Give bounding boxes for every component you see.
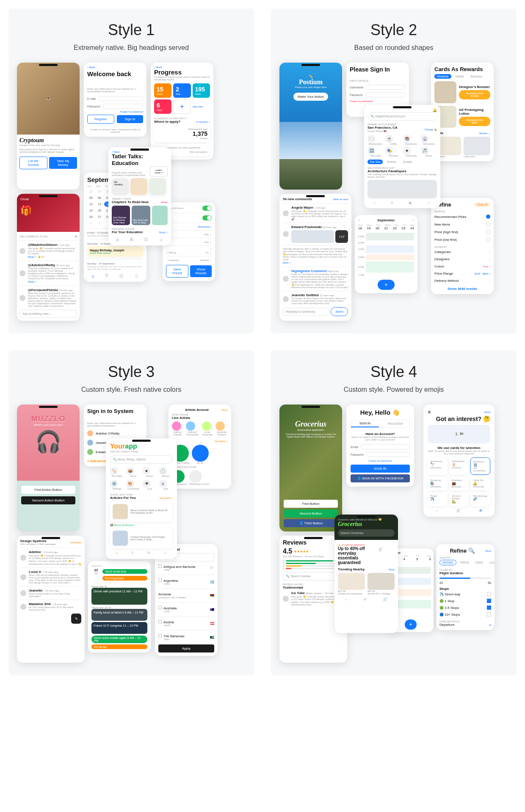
second-action-button[interactable]: Second Action Button — [21, 496, 75, 504]
toggle-loc[interactable] — [202, 215, 212, 220]
style-2-section: Style 2 Based on rounded shapes ✏️ Posti… — [271, 8, 517, 333]
search-input[interactable]: Search Grocerius — [338, 529, 395, 537]
say-input[interactable]: Say something here… — [19, 310, 77, 318]
toggle-24h[interactable] — [202, 206, 212, 211]
signin-button[interactable]: SIGN IN — [351, 465, 410, 473]
search-icon[interactable]: ⚲ — [391, 201, 393, 205]
add-card-button[interactable]: + — [173, 99, 191, 114]
back-link[interactable]: < Back — [87, 66, 143, 69]
forgot-link[interactable]: Forgot my password — [350, 100, 406, 102]
style-sub: Custom style. Powered by emojis — [344, 386, 444, 394]
style-1-section: Style 1 Extremely native. Big headings s… — [8, 8, 254, 333]
user-icon[interactable]: ☺ — [134, 273, 139, 278]
checkbox-icon[interactable] — [487, 592, 491, 596]
cam-icon[interactable]: ⊡ — [119, 273, 123, 278]
tab-rewards[interactable]: Rewards — [434, 74, 451, 79]
register-button[interactable]: Register — [87, 115, 114, 124]
tab-rating[interactable]: RATING — [439, 560, 456, 565]
email-input[interactable] — [361, 444, 410, 449]
signin-button[interactable]: Sign In — [117, 115, 143, 123]
tab-signin[interactable]: SIGN IN — [351, 420, 379, 427]
email-input[interactable] — [98, 96, 143, 101]
search-input[interactable]: 🔍 Items, things, objects — [110, 455, 173, 464]
radio-on-icon[interactable] — [486, 215, 490, 219]
checkbox-on-icon[interactable] — [487, 599, 491, 603]
show-results-button[interactable]: Show Results — [190, 265, 212, 277]
style-title: Style 4 — [370, 363, 417, 381]
tab-habits[interactable]: Habits — [453, 74, 467, 79]
learn-more-button[interactable]: Learn more > — [150, 166, 168, 176]
style-title: Style 1 — [108, 21, 155, 39]
style-4-section: Style 4 Custom style. Powered by emojis … — [271, 350, 517, 675]
home-icon[interactable]: ⌂ — [116, 237, 119, 242]
change-link[interactable]: Change 🔒 — [424, 128, 437, 131]
make-action-button[interactable]: Make Your Action — [293, 93, 328, 101]
save-preset-button[interactable]: Save Preset — [166, 265, 188, 278]
mark-read-button[interactable]: Mark as read — [333, 198, 348, 201]
money-button[interactable]: Take My Money — [49, 157, 77, 169]
cam-icon[interactable]: ⊡ — [144, 237, 148, 242]
style-sub: Based on rounded shapes — [354, 44, 434, 52]
search-icon[interactable]: ⚲ — [105, 273, 108, 278]
style-title: Style 3 — [108, 363, 155, 381]
password-input[interactable] — [365, 92, 406, 97]
bell-icon[interactable]: 🔔 — [368, 108, 437, 112]
title: Progress — [154, 69, 210, 76]
apply-button[interactable]: Apply — [158, 644, 214, 652]
survive-button[interactable]: Let Me Survive — [19, 157, 47, 169]
home-icon[interactable]: ⌂ — [374, 201, 376, 205]
style-sub: Custom style. Fresh native colors — [81, 386, 182, 394]
style-sub: Extremely native. Big headings served — [74, 44, 189, 52]
style-title: Style 2 — [370, 21, 417, 39]
username-input[interactable] — [366, 85, 406, 90]
radio-icon[interactable] — [486, 237, 490, 242]
first-button[interactable]: First Button — [284, 500, 338, 508]
checkbox-icon[interactable] — [487, 612, 491, 617]
close-icon[interactable]: × — [428, 409, 431, 416]
redeem-button[interactable]: REDEEM FOR $1,000 — [459, 90, 490, 99]
password-input[interactable] — [366, 452, 410, 457]
second-button[interactable]: Second Button — [284, 509, 338, 517]
clear-all-button[interactable]: Clear All — [474, 202, 490, 207]
fb-button[interactable]: 📘 SIGN IN WITH FACEBOOK — [351, 474, 410, 482]
forgot-link[interactable]: Forget my password — [87, 110, 143, 113]
title: Welcome back — [87, 70, 143, 77]
close-button[interactable]: Close — [20, 197, 29, 201]
first-action-button[interactable]: First Action Button — [21, 486, 75, 494]
grid-icon[interactable]: ⊞ — [130, 237, 133, 242]
user-icon[interactable]: ☺ — [427, 201, 431, 205]
close-icon[interactable]: × — [75, 234, 77, 238]
radio-icon[interactable] — [486, 230, 490, 234]
home-icon[interactable]: ⌂ — [91, 273, 94, 278]
new-item-link[interactable]: New Item — [193, 99, 210, 114]
home-icon[interactable]: ⌂ — [116, 551, 118, 555]
brand: Cryptoum — [19, 137, 77, 144]
show-results-button[interactable]: Show 2648 results — [434, 287, 490, 291]
tab-register[interactable]: REGISTER — [381, 421, 409, 427]
tab-bonuses[interactable]: Bonuses — [468, 74, 484, 79]
style-3-section: Style 3 Custom style. Fresh native color… — [8, 350, 254, 675]
forgot-link[interactable]: Forgot my password — [351, 460, 410, 462]
third-button[interactable]: 📘 Third Button — [284, 519, 338, 527]
compose-button[interactable]: ✎ — [71, 614, 81, 624]
tab-foryou[interactable]: For You — [368, 160, 383, 164]
reply-input[interactable]: Replying to somebody — [283, 308, 329, 316]
redeem-button[interactable]: REDEEM FOR $200 — [459, 117, 490, 126]
fab-add-button[interactable]: + — [405, 619, 416, 630]
password-input[interactable] — [103, 104, 143, 109]
checkbox-on-icon[interactable] — [487, 606, 491, 610]
bag-icon[interactable]: ▣ — [409, 201, 412, 205]
search-input[interactable]: 🔍 Happening around you — [368, 112, 437, 121]
fab-add-button[interactable]: + — [378, 280, 395, 290]
send-button[interactable]: Send — [331, 307, 348, 316]
user-icon[interactable]: ☺ — [159, 237, 163, 242]
radio-icon[interactable] — [486, 222, 490, 226]
